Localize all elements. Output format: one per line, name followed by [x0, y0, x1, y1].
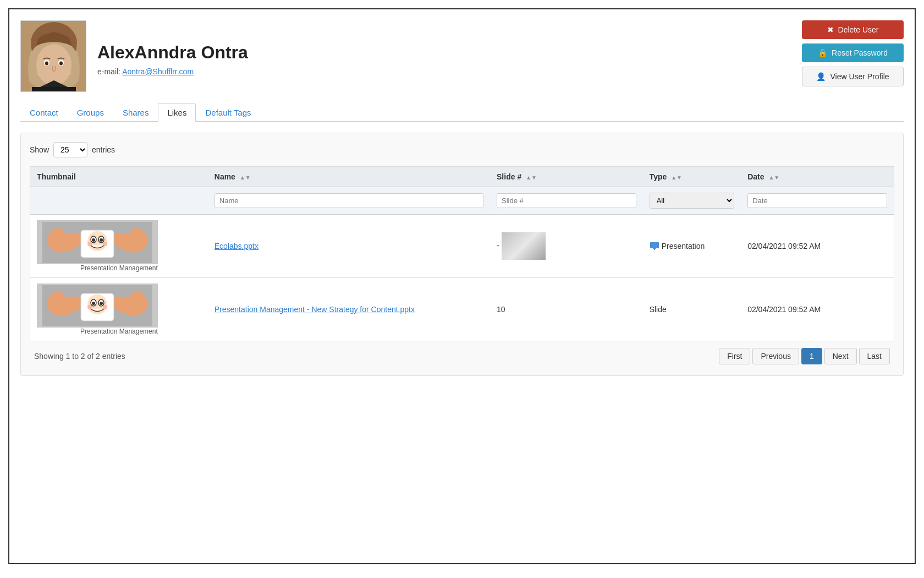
header-left: AlexAnndra Ontra e-mail: Aontra@Shufflrr…: [20, 20, 248, 92]
slide-cell-1: -: [490, 215, 643, 278]
email-label: e-mail:: [97, 67, 120, 76]
name-cell-2: Presentation Management - New Strategy f…: [208, 278, 490, 341]
show-label: Show: [30, 145, 49, 154]
user-name: AlexAnndra Ontra: [97, 42, 248, 63]
pagination-info: Showing 1 to 2 of 2 entries: [34, 352, 125, 361]
col-date[interactable]: Date ▲▼: [741, 167, 894, 187]
type-filter-select[interactable]: All Presentation Slide: [650, 193, 734, 209]
svg-point-32: [92, 302, 95, 305]
filter-type-cell: All Presentation Slide: [643, 187, 741, 215]
email-link[interactable]: Aontra@Shufflrr.com: [122, 67, 194, 76]
likes-table: Thumbnail Name ▲▼ Slide # ▲▼ Type ▲▼: [30, 166, 894, 341]
avatar-container: [20, 20, 86, 92]
svg-point-5: [45, 62, 48, 66]
filter-name-cell: [208, 187, 490, 215]
view-profile-button[interactable]: 👤 View User Profile: [802, 67, 904, 86]
pagination-buttons: First Previous 1 Next Last: [719, 348, 890, 364]
col-slide-num[interactable]: Slide # ▲▼: [490, 167, 643, 187]
date-sort-icon: ▲▼: [768, 175, 779, 181]
user-info: AlexAnndra Ontra e-mail: Aontra@Shufflrr…: [97, 37, 248, 76]
svg-rect-21: [650, 242, 659, 248]
col-name[interactable]: Name ▲▼: [208, 167, 490, 187]
reset-password-button[interactable]: 🔒 Reset Password: [802, 43, 904, 62]
table-row: Presentation Management Ecolabs.pptx -: [30, 215, 894, 278]
entries-label: entries: [92, 145, 115, 154]
thumbnail-label-2: Presentation Management: [37, 328, 201, 335]
date-cell-1: 02/04/2021 09:52 AM: [741, 215, 894, 278]
pagination-bar: Showing 1 to 2 of 2 entries First Previo…: [30, 341, 894, 367]
thumbnail-image-1: [37, 220, 158, 264]
name-filter-input[interactable]: [215, 193, 483, 208]
page-container: AlexAnndra Ontra e-mail: Aontra@Shufflrr…: [8, 8, 916, 564]
tab-default-tags[interactable]: Default Tags: [196, 103, 260, 122]
name-link-1[interactable]: Ecolabs.pptx: [215, 242, 258, 250]
slide-sort-icon: ▲▼: [526, 175, 537, 181]
reset-password-label: Reset Password: [832, 48, 888, 57]
first-page-button[interactable]: First: [719, 348, 750, 364]
tab-likes[interactable]: Likes: [158, 103, 196, 122]
svg-point-33: [100, 302, 103, 305]
slide-filter-input[interactable]: [497, 193, 636, 208]
view-profile-label: View User Profile: [830, 72, 889, 81]
name-sort-icon: ▲▼: [240, 175, 251, 181]
type-sort-icon: ▲▼: [671, 175, 682, 181]
svg-point-20: [103, 242, 107, 246]
date-filter-input[interactable]: [747, 193, 887, 208]
svg-point-6: [59, 62, 63, 66]
table-row: Presentation Management Presentation Man…: [30, 278, 894, 341]
tab-groups[interactable]: Groups: [68, 103, 113, 122]
slide-thumbnail-1: [502, 232, 546, 260]
lock-icon: 🔒: [818, 48, 827, 57]
svg-point-19: [87, 242, 92, 246]
next-page-button[interactable]: Next: [824, 348, 857, 364]
type-cell-1: Presentation: [643, 215, 741, 278]
entries-select[interactable]: 10 25 50 100: [53, 142, 87, 157]
person-icon: 👤: [816, 72, 826, 81]
tab-contact[interactable]: Contact: [20, 103, 68, 122]
col-type[interactable]: Type ▲▼: [643, 167, 741, 187]
user-email-row: e-mail: Aontra@Shufflrr.com: [97, 67, 248, 76]
thumbnail-cell-1: Presentation Management: [30, 215, 208, 278]
tab-shares[interactable]: Shares: [113, 103, 158, 122]
filter-thumbnail-cell: [30, 187, 208, 215]
thumbnail-label-1: Presentation Management: [37, 264, 201, 272]
thumbnail-image-2: [37, 283, 158, 328]
svg-point-18: [100, 238, 103, 242]
header-buttons: ✖ Delete User 🔒 Reset Password 👤 View Us…: [802, 20, 904, 86]
name-cell-1: Ecolabs.pptx: [208, 215, 490, 278]
type-cell-2: Slide: [643, 278, 741, 341]
date-cell-2: 02/04/2021 09:52 AM: [741, 278, 894, 341]
filter-slide-cell: [490, 187, 643, 215]
svg-rect-7: [32, 87, 76, 92]
thumbnail-cell-2: Presentation Management: [30, 278, 208, 341]
header: AlexAnndra Ontra e-mail: Aontra@Shufflrr…: [20, 20, 904, 92]
svg-point-34: [87, 305, 92, 309]
presentation-type-icon: [650, 242, 659, 250]
delete-user-button[interactable]: ✖ Delete User: [802, 20, 904, 39]
show-entries: Show 10 25 50 100 entries: [30, 142, 894, 157]
table-container: Show 10 25 50 100 entries Thumbnail Name…: [20, 133, 904, 376]
last-page-button[interactable]: Last: [859, 348, 890, 364]
filter-row: All Presentation Slide: [30, 187, 894, 215]
delete-icon: ✖: [827, 25, 834, 34]
filter-date-cell: [741, 187, 894, 215]
name-link-2[interactable]: Presentation Management - New Strategy f…: [215, 305, 415, 314]
col-thumbnail: Thumbnail: [30, 167, 208, 187]
svg-point-35: [103, 305, 107, 309]
tabs: Contact Groups Shares Likes Default Tags: [20, 103, 904, 122]
delete-user-label: Delete User: [838, 25, 879, 34]
page-1-button[interactable]: 1: [801, 348, 822, 364]
avatar: [21, 21, 86, 92]
previous-page-button[interactable]: Previous: [752, 348, 799, 364]
slide-cell-2: 10: [490, 278, 643, 341]
svg-point-17: [92, 238, 95, 242]
